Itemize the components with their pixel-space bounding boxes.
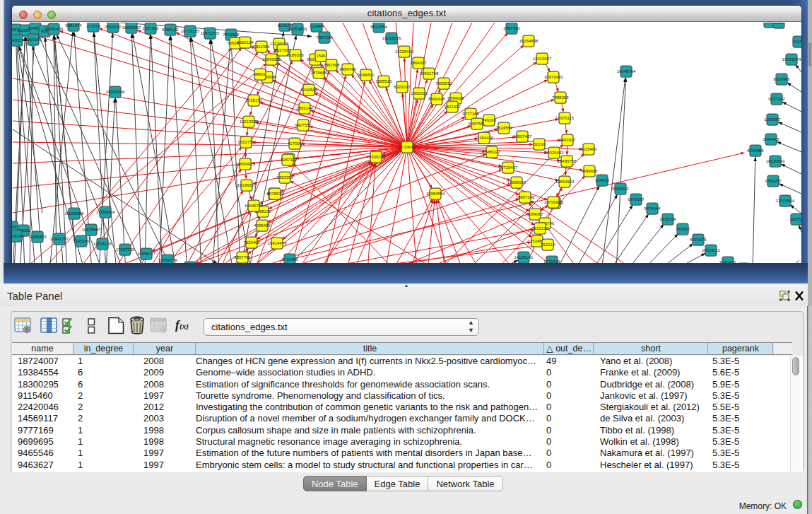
svg-text:417006: 417006 — [288, 141, 302, 146]
svg-text:8990448: 8990448 — [428, 97, 445, 101]
svg-text:1353359: 1353359 — [276, 175, 293, 180]
svg-text:1569297: 1569297 — [765, 179, 782, 183]
svg-text:8938923: 8938923 — [612, 187, 629, 191]
svg-text:9474444: 9474444 — [644, 206, 661, 211]
svg-text:2069140: 2069140 — [25, 37, 42, 42]
svg-text:12213967: 12213967 — [533, 57, 552, 61]
svg-text:9329966: 9329966 — [773, 77, 790, 81]
svg-text:15720407: 15720407 — [499, 165, 518, 170]
svg-text:7515526: 7515526 — [223, 33, 240, 37]
svg-text:12505135: 12505135 — [93, 242, 112, 246]
svg-text:1610755: 1610755 — [237, 140, 254, 144]
svg-text:3875685: 3875685 — [310, 71, 327, 75]
svg-text:3624554: 3624554 — [495, 126, 512, 130]
svg-text:9242848: 9242848 — [300, 88, 317, 92]
svg-text:10688609: 10688609 — [507, 180, 526, 185]
svg-text:8186328: 8186328 — [287, 53, 304, 57]
svg-text:1588520: 1588520 — [375, 79, 392, 83]
svg-text:16648784: 16648784 — [617, 69, 636, 74]
svg-text:6466102: 6466102 — [162, 28, 179, 32]
svg-text:10756928: 10756928 — [544, 200, 563, 204]
svg-text:1362615: 1362615 — [411, 91, 428, 95]
svg-text:7485063: 7485063 — [552, 95, 569, 100]
svg-text:9699695: 9699695 — [581, 169, 598, 173]
svg-text:1864097: 1864097 — [410, 61, 427, 65]
svg-text:16154808: 16154808 — [519, 39, 539, 43]
svg-text:164095: 164095 — [595, 178, 610, 182]
svg-text:7986322: 7986322 — [483, 150, 500, 154]
svg-text:7357224: 7357224 — [316, 35, 333, 40]
svg-text:10973493: 10973493 — [544, 75, 563, 79]
svg-text:10671355: 10671355 — [201, 31, 220, 35]
svg-text:2803144: 2803144 — [296, 106, 313, 110]
svg-text:3912954: 3912954 — [253, 45, 270, 49]
svg-text:11171: 11171 — [793, 40, 801, 44]
svg-text:2613100: 2613100 — [105, 25, 122, 29]
svg-text:10807487: 10807487 — [513, 134, 532, 139]
svg-text:21364436: 21364436 — [475, 136, 494, 140]
svg-text:116753: 116753 — [789, 217, 801, 221]
svg-text:20691406: 20691406 — [45, 27, 64, 31]
svg-text:12975115: 12975115 — [555, 116, 575, 120]
svg-text:19654915: 19654915 — [236, 162, 255, 166]
svg-text:4099489: 4099489 — [254, 223, 271, 228]
svg-text:10975887: 10975887 — [82, 228, 101, 232]
svg-text:9115460: 9115460 — [581, 147, 598, 151]
svg-text:(x): (x) — [180, 322, 189, 331]
svg-text:9427552: 9427552 — [295, 123, 312, 127]
svg-text:6322037: 6322037 — [394, 85, 411, 89]
svg-text:16046756: 16046756 — [245, 204, 264, 208]
svg-text:9327505: 9327505 — [274, 48, 291, 52]
svg-text:1209387: 1209387 — [764, 117, 781, 122]
svg-text:239149: 239149 — [12, 234, 24, 238]
svg-text:8130: 8130 — [774, 23, 784, 25]
svg-text:9146821: 9146821 — [358, 73, 375, 77]
svg-text:10654112: 10654112 — [702, 248, 721, 252]
svg-text:19166827: 19166827 — [237, 183, 257, 187]
svg-text:18495758: 18495758 — [558, 159, 577, 163]
svg-text:8678533: 8678533 — [266, 192, 283, 196]
svg-text:1621022: 1621022 — [444, 105, 461, 109]
svg-text:7955812: 7955812 — [435, 81, 452, 86]
svg-text:826711: 826711 — [281, 158, 295, 162]
svg-text:9463627: 9463627 — [559, 138, 576, 142]
svg-text:746266: 746266 — [482, 118, 497, 122]
svg-text:7625402: 7625402 — [243, 240, 260, 245]
svg-text:1145195: 1145195 — [73, 239, 90, 243]
svg-text:1244415: 1244415 — [763, 137, 779, 141]
svg-text:17016504: 17016504 — [776, 199, 795, 203]
svg-text:17957255: 17957255 — [116, 247, 135, 252]
svg-text:9777169: 9777169 — [462, 112, 479, 116]
svg-text:62160: 62160 — [534, 142, 546, 146]
svg-text:10025453: 10025453 — [545, 151, 564, 155]
svg-text:16210643: 16210643 — [766, 159, 785, 163]
svg-text:9084067: 9084067 — [526, 212, 543, 216]
svg-text:19654923: 19654923 — [555, 180, 575, 184]
svg-text:18807249: 18807249 — [516, 195, 535, 199]
svg-text:9227342: 9227342 — [768, 97, 785, 101]
svg-text:12213369: 12213369 — [240, 119, 259, 124]
svg-text:10719155: 10719155 — [181, 29, 200, 33]
svg-text:8454749: 8454749 — [339, 67, 356, 71]
svg-text:6879197: 6879197 — [628, 197, 645, 201]
svg-text:2935114: 2935114 — [660, 217, 677, 221]
svg-text:6794028: 6794028 — [447, 96, 464, 100]
svg-text:18724007: 18724007 — [398, 145, 417, 149]
svg-text:20206556: 20206556 — [65, 211, 84, 216]
svg-text:12942737: 12942737 — [50, 237, 69, 241]
svg-text:10958117: 10958117 — [137, 252, 156, 256]
svg-text:15751074: 15751074 — [782, 57, 801, 62]
svg-text:140557: 140557 — [12, 38, 25, 42]
svg-text:8813054: 8813054 — [370, 25, 387, 29]
svg-text:16782759: 16782759 — [158, 258, 177, 262]
svg-text:10653267: 10653267 — [122, 25, 141, 30]
svg-text:8471676: 8471676 — [690, 238, 707, 242]
svg-text:1527602: 1527602 — [142, 26, 159, 30]
svg-text:16053809: 16053809 — [288, 27, 307, 31]
svg-text:171514: 171514 — [86, 24, 101, 28]
svg-text:3716485: 3716485 — [281, 257, 298, 262]
svg-text:8215955: 8215955 — [747, 148, 764, 153]
svg-text:20053346: 20053346 — [106, 90, 125, 94]
svg-text:98961: 98961 — [254, 72, 266, 76]
svg-text:1615132: 1615132 — [531, 226, 548, 230]
